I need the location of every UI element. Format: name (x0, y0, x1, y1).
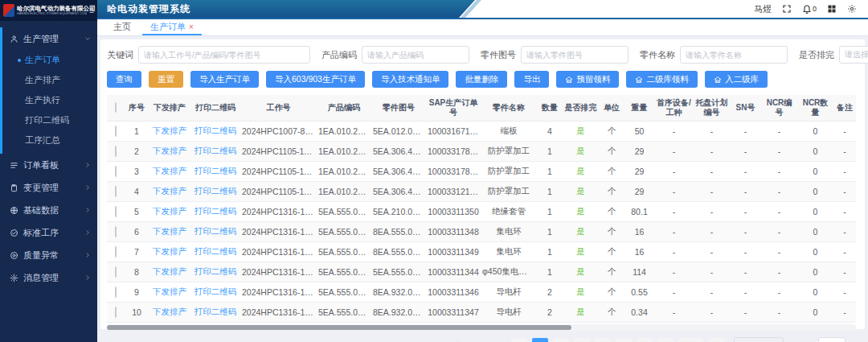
print-link[interactable]: 打印二维码 (194, 286, 237, 296)
page-size-select[interactable]: 10条/页 (734, 337, 784, 342)
dispatch-link[interactable]: 下发排产 (153, 286, 186, 296)
print-link[interactable]: 打印二维码 (194, 146, 237, 155)
dispatch-link[interactable]: 下发排产 (153, 206, 186, 216)
dispatch-link[interactable]: 下发排产 (153, 186, 186, 196)
dispatch-link[interactable]: 下发排产 (153, 166, 186, 175)
reset-button[interactable]: 重置 (149, 71, 183, 88)
column-header-sap_order_no: SAP生产订单号 (426, 95, 481, 122)
warehouse-icon (714, 76, 722, 84)
export-button[interactable]: 导出 (514, 71, 549, 88)
sidebar-item-quality-exception[interactable]: 质量异常 (2, 244, 97, 266)
button-label: 导入603/903生产订单 (275, 74, 356, 85)
app-window: 哈尔滨电气动力装备有限公司 HARBIN ELECTRIC POWER EQUI… (0, 0, 868, 342)
reserve-picking-button[interactable]: 预留领料 (556, 71, 619, 88)
sidebar-subitem-production-execution[interactable]: 生产执行 (2, 90, 97, 110)
cell-first_equipment: - (654, 142, 694, 162)
sidebar-subitem-process-summary[interactable]: 工序汇总 (2, 130, 97, 150)
sidebar-item-order-board[interactable]: 订单看板 (2, 154, 97, 176)
sidebar-item-change-management[interactable]: 变更管理 (2, 176, 97, 199)
dispatch-link[interactable]: 下发排产 (153, 126, 186, 135)
cell-weight: 114 (624, 262, 654, 282)
page-button-6[interactable]: 6 (637, 338, 653, 342)
cell-weight: 50 (624, 122, 654, 142)
cell-ncr_no: - (761, 303, 797, 323)
tab-home[interactable]: 主页 (105, 21, 139, 35)
select-all-checkbox[interactable] (115, 102, 117, 113)
page-button-4[interactable]: 4 (595, 338, 611, 342)
page-button-2[interactable]: 2 (553, 338, 569, 342)
page-button-3[interactable]: 3 (574, 338, 590, 342)
into-secondary-store-button[interactable]: 入二级库 (705, 71, 768, 88)
fullscreen-icon[interactable] (782, 4, 792, 14)
scrollbar-thumb[interactable] (107, 325, 571, 330)
collapse-sidebar-icon[interactable]: ≡ (89, 6, 94, 15)
cell-ncr_qty: 0 (797, 222, 833, 242)
next-page-button[interactable]: › (708, 338, 724, 342)
import-production-order-button[interactable]: 导入生产订单 (190, 71, 259, 88)
prev-page-button[interactable]: ‹ (511, 338, 527, 342)
sidebar-subitem-production-order[interactable]: 生产订单 (2, 50, 97, 70)
schedule-status-select[interactable]: 请选择是否排完 (839, 46, 868, 64)
button-label: 导入生产订单 (199, 74, 250, 85)
cell-index: 7 (125, 242, 149, 262)
table-row: 9下发排产打印二维码2024HPC1316-1833-25EA.555.0312… (107, 282, 856, 303)
sidebar-subitem-print-qrcode[interactable]: 打印二维码 (2, 110, 97, 130)
print-link[interactable]: 打印二维码 (194, 126, 237, 135)
tab-production-order[interactable]: 生产订单× (142, 21, 202, 35)
secondary-store-picking-button[interactable]: 二级库领料 (626, 71, 698, 88)
dispatch-link[interactable]: 下发排产 (153, 307, 186, 316)
page-ellipsis[interactable]: ••• (657, 338, 674, 342)
print-link[interactable]: 打印二维码 (194, 226, 237, 236)
print-link[interactable]: 打印二维码 (194, 246, 237, 256)
row-checkbox[interactable] (115, 226, 117, 237)
sidebar-item-message-management[interactable]: 消息管理 (2, 266, 97, 289)
gear-icon[interactable] (847, 4, 857, 14)
row-checkbox[interactable] (115, 126, 117, 137)
keyword-input[interactable] (138, 46, 310, 64)
sidebar-item-base-data[interactable]: 基础数据 (2, 199, 97, 221)
print-link[interactable]: 打印二维码 (194, 206, 237, 216)
sidebar-subitem-label: 生产排产 (25, 74, 60, 86)
cell-remark: - (833, 162, 856, 182)
print-link[interactable]: 打印二维码 (194, 307, 237, 316)
apps-grid-icon[interactable] (827, 4, 837, 14)
import-tech-notice-button[interactable]: 导入技术通知单 (372, 71, 449, 88)
sidebar-item-standard-process[interactable]: 标准工序 (2, 221, 97, 244)
row-checkbox[interactable] (115, 146, 117, 157)
row-checkbox[interactable] (115, 307, 117, 318)
notifications-button[interactable]: 0 (802, 4, 817, 14)
row-checkbox[interactable] (115, 246, 117, 258)
goto-page-input[interactable] (818, 337, 845, 342)
close-icon[interactable]: × (189, 23, 194, 31)
search-button[interactable]: 查询 (107, 71, 141, 88)
sidebar-subitem-production-scheduling[interactable]: 生产排产 (2, 70, 97, 90)
page-button-5[interactable]: 5 (616, 338, 632, 342)
cell-qty: 1 (537, 142, 563, 162)
row-checkbox[interactable] (115, 206, 117, 217)
row-checkbox[interactable] (115, 166, 117, 177)
title-banner: 哈电动装管理系统 (97, 0, 475, 18)
part-drawing-no-input[interactable] (521, 46, 628, 64)
dispatch-link[interactable]: 下发排产 (153, 146, 186, 155)
row-checkbox[interactable] (115, 286, 117, 298)
row-checkbox[interactable] (115, 186, 117, 197)
row-checkbox[interactable] (115, 266, 117, 278)
page-button-1[interactable]: 1 (532, 338, 548, 342)
dispatch-link[interactable]: 下发排产 (153, 266, 186, 276)
sidebar-item-production-management[interactable]: 生产管理 (2, 27, 97, 50)
import-603-903-order-button[interactable]: 导入603/903生产订单 (266, 71, 365, 88)
table-row: 5下发排产打印二维码2024HPC1316-1833-25EA.555.0312… (107, 202, 856, 222)
dispatch-link[interactable]: 下发排产 (153, 226, 186, 236)
cell-sap_order_no: 10003317840 (426, 142, 481, 162)
batch-delete-button[interactable]: 批量删除 (456, 71, 507, 88)
part-name-input[interactable] (680, 46, 788, 64)
print-link[interactable]: 打印二维码 (194, 266, 237, 276)
print-link[interactable]: 打印二维码 (194, 186, 237, 196)
cell-qty: 1 (537, 262, 563, 282)
product-code-input[interactable] (362, 46, 469, 64)
cell-select (107, 262, 125, 282)
page-button-3699[interactable]: 3699 (678, 338, 703, 342)
print-link[interactable]: 打印二维码 (194, 166, 237, 175)
dispatch-link[interactable]: 下发排产 (153, 246, 186, 256)
user-name[interactable]: 马煜 (754, 3, 772, 15)
